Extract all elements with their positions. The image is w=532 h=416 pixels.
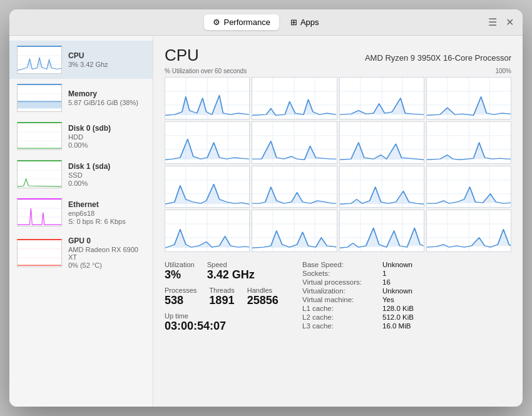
threads-value: 1891 <box>209 294 234 307</box>
l3-cache-key: L3 cache: <box>302 322 377 330</box>
sidebar-thumb-disk0 <box>17 122 62 150</box>
base-speed-val: Unknown <box>382 261 458 268</box>
threads-stat: Threads 1891 <box>209 287 234 307</box>
cpu-content: CPU AMD Ryzen 9 3950X 16-Core Processor … <box>153 36 523 407</box>
l1-cache-val: 128.0 KiB <box>382 305 458 312</box>
sidebar-item-memory[interactable]: Memory 5.87 GiB/16 GiB (38%) <box>9 79 153 117</box>
cpu-title: CPU <box>165 46 199 65</box>
performance-icon: ⚙ <box>213 18 220 27</box>
uptime-value: 03:00:54:07 <box>165 320 290 333</box>
sidebar-ethernet-detail1: enp6s18 <box>68 210 145 217</box>
cpu-cell-5 <box>252 121 337 164</box>
sidebar-memory-detail: 5.87 GiB/16 GiB (38%) <box>68 99 145 106</box>
virtual-processors-key: Virtual processors: <box>302 278 377 286</box>
svg-rect-6 <box>18 101 61 108</box>
tab-performance[interactable]: ⚙ Performance <box>204 14 279 30</box>
speed-value: 3.42 GHz <box>207 268 255 282</box>
close-button[interactable]: ✕ <box>506 16 514 28</box>
sidebar-item-disk1[interactable]: Disk 1 (sda) SSD 0.00% <box>9 155 153 193</box>
sidebar-disk0-detail1: HDD <box>68 133 145 141</box>
virtual-machine-key: Virtual machine: <box>302 296 377 303</box>
l1-cache-key: L1 cache: <box>302 305 377 312</box>
speed-label: Speed <box>207 261 255 268</box>
sidebar-memory-info: Memory 5.87 GiB/16 GiB (38%) <box>68 89 145 106</box>
sidebar-disk1-detail1: SSD <box>68 171 145 179</box>
chart-label-left: % Utilization over 60 seconds <box>165 68 247 74</box>
sidebar-item-disk0[interactable]: Disk 0 (sdb) HDD 0.00% <box>9 117 153 155</box>
virtualization-key: Virtualization: <box>302 287 377 295</box>
sidebar-disk0-info: Disk 0 (sdb) HDD 0.00% <box>68 124 145 149</box>
sidebar-thumb-memory <box>17 84 62 112</box>
sidebar-memory-name: Memory <box>68 89 145 98</box>
stats-left: Utilization 3% Speed 3.42 GHz Processes … <box>165 261 290 333</box>
cpu-cell-9 <box>252 166 337 208</box>
sidebar-gpu-detail2: 0% (52 °C) <box>68 261 145 269</box>
sidebar-ethernet-detail2: S: 0 bps R: 6 Kbps <box>68 218 145 225</box>
processes-threads-handles-row: Processes 538 Threads 1891 Handles 25856 <box>165 287 290 307</box>
sidebar-item-ethernet[interactable]: Ethernet enp6s18 S: 0 bps R: 6 Kbps <box>9 193 153 231</box>
sidebar-cpu-detail: 3% 3.42 Ghz <box>68 61 145 68</box>
cpu-cell-14 <box>339 210 424 252</box>
cpu-cell-3 <box>426 77 511 119</box>
chart-label-row: % Utilization over 60 seconds 100% <box>165 68 511 74</box>
sidebar-gpu-info: GPU 0 AMD Radeon RX 6900 XT 0% (52 °C) <box>68 236 145 269</box>
cpu-cell-4 <box>165 121 250 164</box>
cpu-header: CPU AMD Ryzen 9 3950X 16-Core Processor <box>165 46 511 65</box>
sidebar-item-gpu[interactable]: GPU 0 AMD Radeon RX 6900 XT 0% (52 °C) <box>9 231 153 274</box>
sidebar-item-cpu[interactable]: CPU 3% 3.42 Ghz <box>9 41 153 79</box>
cpu-cell-12 <box>165 210 250 252</box>
cpu-model: AMD Ryzen 9 3950X 16-Core Processor <box>365 53 511 63</box>
cpu-chart-grid <box>165 77 511 252</box>
stats-right: Base Speed: Unknown Sockets: 1 Virtual p… <box>302 261 458 333</box>
uptime-section: Up time 03:00:54:07 <box>165 312 290 333</box>
l3-cache-val: 16.0 MiB <box>382 322 458 330</box>
sidebar-ethernet-info: Ethernet enp6s18 S: 0 bps R: 6 Kbps <box>68 200 145 225</box>
sidebar: CPU 3% 3.42 Ghz Memory 5.8 <box>9 36 153 407</box>
virtualization-val: Unknown <box>382 287 458 295</box>
svg-rect-17 <box>18 240 61 266</box>
utilization-label: Utilization <box>165 261 195 268</box>
cpu-cell-0 <box>165 77 250 119</box>
cpu-cell-15 <box>426 210 511 252</box>
svg-rect-14 <box>18 200 61 226</box>
processes-stat: Processes 538 <box>165 287 197 307</box>
l2-cache-val: 512.0 KiB <box>382 313 458 321</box>
sidebar-disk0-detail2: 0.00% <box>68 141 145 149</box>
sidebar-ethernet-name: Ethernet <box>68 200 145 209</box>
tab-bar: ⚙ Performance ⊞ Apps <box>204 14 327 30</box>
sidebar-disk1-info: Disk 1 (sda) SSD 0.00% <box>68 162 145 187</box>
sidebar-disk1-detail2: 0.00% <box>68 180 145 187</box>
sidebar-thumb-gpu <box>17 239 62 267</box>
cpu-cell-8 <box>165 166 250 208</box>
sidebar-gpu-name: GPU 0 <box>68 236 145 245</box>
sidebar-disk1-name: Disk 1 (sda) <box>68 162 145 171</box>
sidebar-disk0-name: Disk 0 (sdb) <box>68 124 145 133</box>
sidebar-thumb-ethernet <box>17 198 62 226</box>
main-content: CPU 3% 3.42 Ghz Memory 5.8 <box>9 36 523 407</box>
svg-rect-8 <box>18 123 61 150</box>
utilization-speed-row: Utilization 3% Speed 3.42 GHz <box>165 261 290 282</box>
tab-apps-label: Apps <box>300 18 319 27</box>
menu-button[interactable]: ☰ <box>488 16 497 28</box>
cpu-cell-13 <box>252 210 337 252</box>
virtual-machine-val: Yes <box>382 296 458 303</box>
sidebar-thumb-cpu <box>17 46 62 74</box>
stats-section: Utilization 3% Speed 3.42 GHz Processes … <box>165 261 511 333</box>
sidebar-gpu-detail1: AMD Radeon RX 6900 XT <box>68 246 145 261</box>
sockets-key: Sockets: <box>302 270 377 277</box>
tab-apps[interactable]: ⊞ Apps <box>282 14 328 30</box>
sidebar-cpu-name: CPU <box>68 51 145 60</box>
tab-performance-label: Performance <box>223 18 270 27</box>
l2-cache-key: L2 cache: <box>302 313 377 321</box>
sidebar-thumb-disk1 <box>17 160 62 188</box>
virtual-processors-val: 16 <box>382 278 458 286</box>
sidebar-cpu-info: CPU 3% 3.42 Ghz <box>68 51 145 68</box>
processes-label: Processes <box>165 287 197 294</box>
apps-icon: ⊞ <box>290 18 297 27</box>
handles-label: Handles <box>247 287 279 294</box>
cpu-cell-10 <box>339 166 424 208</box>
cpu-cell-2 <box>339 77 424 119</box>
processes-value: 538 <box>165 294 197 307</box>
base-speed-key: Base Speed: <box>302 261 377 268</box>
cpu-cell-11 <box>426 166 511 208</box>
